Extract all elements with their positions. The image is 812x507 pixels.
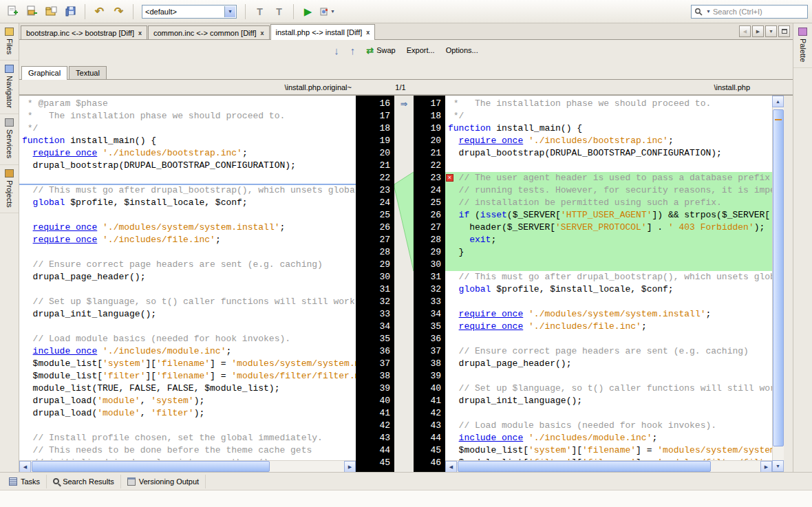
code-line[interactable] — [445, 370, 772, 382]
code-line[interactable]: require_once './modules/system/system.in… — [19, 222, 356, 234]
save-all-button[interactable] — [62, 3, 79, 20]
scroll-tabs-left-button[interactable]: ◀ — [739, 25, 751, 37]
next-difference-button[interactable]: ↓ — [330, 43, 343, 58]
run-project-button[interactable]: ▶ — [299, 3, 317, 20]
code-line[interactable]: drupal_init_language(); — [19, 308, 356, 321]
editor-tab-install.php[interactable]: install.php <-> install [Diff]x — [270, 24, 376, 40]
dock-tab-palette[interactable]: Palette — [793, 23, 812, 68]
redo-button[interactable]: ↷ — [110, 3, 127, 20]
original-file-pane[interactable]: * @param $phase * The installation phase… — [19, 96, 356, 472]
tab-close-icon[interactable]: x — [138, 30, 142, 36]
dock-tab-navigator[interactable]: Navigator — [0, 61, 19, 114]
window-tab-search-results[interactable]: Search Results — [47, 475, 121, 488]
code-line[interactable]: drupal_init_language(); — [445, 395, 772, 407]
scroll-left-button[interactable]: ◀ — [19, 461, 31, 472]
export-button[interactable]: Export... — [403, 44, 439, 56]
maximize-window-button[interactable] — [778, 25, 790, 37]
code-line[interactable]: */ — [19, 122, 356, 135]
code-line[interactable]: // Install profile chosen, set the globa… — [19, 432, 356, 444]
code-line[interactable]: */ — [445, 110, 772, 122]
code-line[interactable] — [19, 283, 356, 296]
options-button[interactable]: Options... — [442, 44, 482, 56]
code-line[interactable] — [19, 420, 356, 432]
code-line[interactable]: $module_list['system']['filename'] = 'mo… — [445, 444, 772, 457]
code-line[interactable]: $module_list['filter']['filename'] = 'mo… — [19, 370, 356, 382]
dock-tab-projects[interactable]: Projects — [0, 165, 19, 214]
code-line[interactable] — [19, 209, 356, 222]
left-horizontal-scrollbar[interactable]: ◀ ▶ — [19, 460, 356, 472]
right-hscroll-thumb[interactable] — [458, 461, 711, 472]
code-line[interactable]: * The installation phase we should proce… — [19, 110, 356, 122]
combo-dropdown-icon[interactable]: ▼ — [224, 6, 235, 17]
view-tab-graphical[interactable]: Graphical — [21, 66, 67, 80]
dropdown-arrow-icon[interactable]: ▼ — [330, 9, 335, 14]
code-line[interactable]: // This must go after drupal_bootstrap()… — [19, 184, 356, 197]
text-tool-button-1[interactable]: T — [251, 3, 268, 20]
code-line[interactable]: drupal_load('module', 'system'); — [19, 395, 356, 407]
code-line[interactable] — [445, 333, 772, 345]
code-line[interactable]: global $profile, $install_locale, $conf; — [445, 283, 772, 296]
view-tab-textual[interactable]: Textual — [69, 66, 107, 79]
code-line[interactable]: * @param $phase — [19, 98, 356, 110]
text-tool-button-2[interactable]: T — [270, 3, 288, 20]
current-diff-arrow-icon[interactable]: ⇒ — [394, 98, 414, 110]
code-line[interactable]: include_once './includes/module.inc'; — [19, 345, 356, 358]
code-line[interactable]: global $profile, $install_locale, $conf; — [19, 197, 356, 209]
code-line[interactable] — [445, 259, 772, 271]
debug-project-button[interactable]: ▼ — [319, 3, 336, 20]
code-line[interactable]: // Load module basics (needed for hook i… — [445, 420, 772, 432]
scroll-down-button[interactable]: ▼ — [772, 460, 784, 472]
right-horizontal-scrollbar[interactable]: ◀ ▶ — [445, 460, 772, 472]
scroll-right-button[interactable]: ▶ — [760, 461, 772, 472]
code-line[interactable]: drupal_page_header(); — [19, 271, 356, 283]
error-badge-icon[interactable]: × — [446, 174, 453, 182]
code-line[interactable]: require_once './modules/system/system.in… — [445, 308, 772, 321]
code-line[interactable]: drupal_page_header(); — [445, 358, 772, 370]
code-line[interactable]: // Set up $language, so t() caller funct… — [445, 382, 772, 395]
swap-button[interactable]: ⇄ Swap — [362, 43, 399, 58]
dock-tab-files[interactable]: Files — [0, 23, 19, 61]
code-line[interactable]: // This needs to be done before the them… — [19, 444, 356, 457]
code-line[interactable]: if (isset($_SERVER['HTTP_USER_AGENT']) &… — [445, 209, 772, 222]
code-line[interactable]: exit; — [445, 234, 772, 246]
code-line[interactable]: require_once './includes/file.inc'; — [445, 321, 772, 333]
code-line[interactable]: // Ensure correct page headers are sent … — [445, 345, 772, 358]
tab-list-button[interactable]: ▼ — [765, 25, 777, 37]
code-line[interactable] — [19, 172, 356, 184]
code-line[interactable] — [445, 296, 772, 308]
new-file-button[interactable] — [4, 3, 21, 20]
code-line[interactable]: function install_main() { — [19, 135, 356, 147]
editor-tab-bootstrap.inc[interactable]: bootstrap.inc <-> bootstrap [Diff]x — [21, 25, 147, 39]
open-project-button[interactable] — [43, 3, 60, 20]
code-line[interactable]: require_once './includes/file.inc'; — [19, 234, 356, 246]
code-line[interactable]: // running tests. However, for security … — [445, 184, 772, 197]
dock-tab-services[interactable]: Services — [0, 114, 19, 164]
tab-close-icon[interactable]: x — [261, 30, 264, 36]
code-line[interactable]: // installation be permitted using such … — [445, 197, 772, 209]
code-line[interactable] — [19, 321, 356, 333]
code-line[interactable]: function install_main() { — [445, 122, 772, 135]
code-line[interactable]: $module_list['system']['filename'] = 'mo… — [19, 358, 356, 370]
code-line[interactable]: include_once './includes/module.inc'; — [445, 432, 772, 444]
configuration-combo[interactable]: <default> ▼ — [142, 5, 237, 19]
code-line[interactable]: require_once './includes/bootstrap.inc'; — [19, 147, 356, 160]
left-hscroll-thumb[interactable] — [32, 461, 270, 472]
editor-tab-common.inc[interactable]: common.inc <-> common [Diff]x — [148, 25, 270, 39]
scroll-left-button[interactable]: ◀ — [445, 461, 457, 472]
code-line[interactable]: // The user agent header is used to pass… — [445, 172, 772, 184]
code-line[interactable]: * The installation phase we should proce… — [445, 98, 772, 110]
scroll-tabs-right-button[interactable]: ▶ — [752, 25, 764, 37]
window-tab-tasks[interactable]: Tasks — [3, 475, 47, 488]
code-line[interactable]: // Set up $language, so t() caller funct… — [19, 296, 356, 308]
code-line[interactable]: // This must go after drupal_bootstrap()… — [445, 271, 772, 283]
scroll-up-button[interactable]: ▲ — [772, 96, 784, 107]
code-line[interactable]: drupal_bootstrap(DRUPAL_BOOTSTRAP_CONFIG… — [445, 147, 772, 160]
code-line[interactable]: } — [445, 246, 772, 259]
code-line[interactable] — [445, 407, 772, 420]
code-line[interactable] — [19, 246, 356, 259]
code-line[interactable]: module_list(TRUE, FALSE, FALSE, $module_… — [19, 382, 356, 395]
modified-file-pane[interactable]: * The installation phase we should proce… — [445, 96, 772, 472]
previous-difference-button[interactable]: ↑ — [346, 43, 360, 58]
code-line[interactable]: // Load module basics (needed for hook i… — [19, 333, 356, 345]
vscroll-thumb[interactable] — [773, 109, 784, 446]
